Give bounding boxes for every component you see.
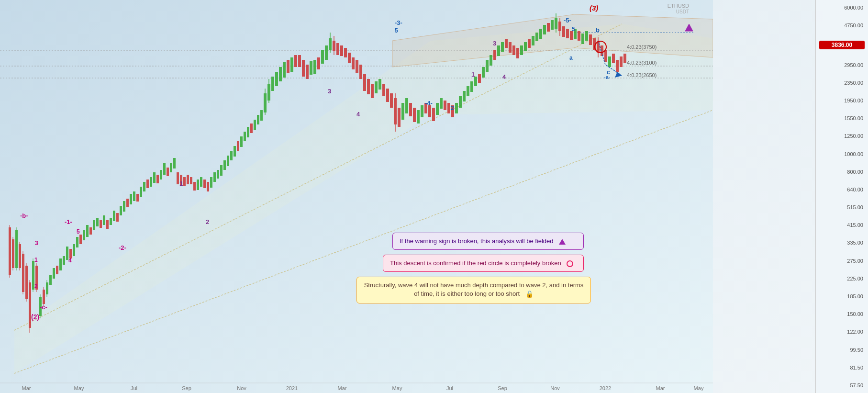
- svg-rect-48: [100, 220, 102, 228]
- svg-rect-40: [73, 244, 75, 256]
- svg-rect-142: [417, 110, 420, 124]
- svg-rect-68: [167, 168, 169, 176]
- svg-rect-170: [524, 42, 527, 51]
- svg-rect-132: [382, 84, 385, 96]
- svg-rect-111: [310, 61, 312, 75]
- svg-rect-120: [336, 43, 339, 55]
- structure-text: Structurally, wave 4 will not have much …: [364, 281, 584, 297]
- svg-rect-81: [210, 177, 212, 188]
- svg-rect-107: [294, 55, 297, 67]
- svg-text:Mar: Mar: [656, 385, 665, 391]
- svg-rect-35: [56, 266, 58, 274]
- descent-annotation: This descent is confirmed if the red cir…: [383, 255, 584, 272]
- svg-rect-89: [237, 141, 239, 151]
- svg-rect-67: [163, 163, 166, 175]
- svg-rect-145: [428, 105, 431, 117]
- svg-rect-82: [213, 172, 216, 182]
- svg-text:Nov: Nov: [237, 385, 246, 391]
- svg-text:Jul: Jul: [446, 385, 453, 391]
- svg-text:-5-: -5-: [564, 17, 571, 24]
- svg-rect-50: [106, 220, 109, 229]
- svg-rect-153: [459, 96, 462, 108]
- price-150: 150.00: [818, 311, 866, 317]
- svg-text:ETHUSD: ETHUSD: [668, 3, 689, 9]
- svg-rect-196: [612, 54, 615, 63]
- svg-rect-33: [49, 275, 52, 285]
- svg-rect-54: [120, 206, 122, 215]
- price-2350: 2350.00: [818, 80, 866, 86]
- svg-text:2: 2: [451, 105, 454, 112]
- svg-rect-46: [93, 220, 95, 230]
- svg-text:a: a: [569, 55, 573, 61]
- svg-rect-101: [271, 77, 274, 91]
- svg-rect-51: [110, 218, 112, 225]
- svg-text:1: 1: [179, 180, 183, 187]
- svg-text:4: 4: [68, 257, 72, 264]
- svg-rect-167: [512, 45, 515, 55]
- svg-rect-71: [177, 172, 179, 184]
- price-6000: 6000.00: [818, 5, 866, 11]
- svg-rect-102: [275, 72, 278, 86]
- svg-rect-84: [220, 165, 223, 176]
- svg-rect-122: [344, 48, 347, 57]
- svg-rect-139: [405, 98, 408, 113]
- svg-rect-47: [96, 218, 99, 226]
- svg-rect-137: [398, 108, 401, 127]
- svg-rect-148: [440, 98, 443, 109]
- svg-rect-80: [207, 182, 209, 191]
- svg-rect-34: [53, 268, 55, 279]
- svg-rect-76: [193, 182, 196, 191]
- svg-rect-163: [497, 45, 500, 56]
- svg-rect-152: [455, 103, 458, 113]
- structure-annotation: Structurally, wave 4 will not have much …: [356, 277, 591, 303]
- svg-rect-186: [578, 31, 580, 41]
- svg-rect-64: [153, 172, 156, 183]
- svg-rect-183: [566, 29, 569, 38]
- svg-rect-63: [150, 177, 152, 187]
- svg-rect-55: [123, 201, 125, 212]
- svg-rect-65: [156, 175, 159, 183]
- svg-rect-141: [413, 108, 416, 122]
- svg-rect-169: [520, 45, 523, 55]
- svg-text:USDT: USDT: [676, 9, 689, 14]
- price-1950: 1950.00: [818, 98, 866, 103]
- svg-rect-124: [352, 57, 355, 69]
- svg-rect-86: [227, 156, 229, 166]
- svg-rect-198: [620, 56, 623, 67]
- svg-rect-162: [493, 50, 496, 60]
- svg-text:4: 4: [356, 111, 360, 118]
- svg-rect-70: [173, 158, 176, 168]
- svg-rect-85: [223, 160, 226, 170]
- svg-text:4:0.23(3750): 4:0.23(3750): [627, 44, 657, 50]
- svg-rect-61: [143, 182, 145, 191]
- svg-rect-159: [482, 67, 485, 78]
- price-1550: 1550.00: [818, 115, 866, 121]
- svg-rect-133: [386, 89, 389, 102]
- price-2950: 2950.00: [818, 62, 866, 68]
- svg-rect-74: [187, 175, 189, 184]
- svg-text:May: May: [392, 385, 402, 391]
- price-515: 515.00: [818, 204, 866, 210]
- price-57: 57.50: [818, 382, 866, 388]
- svg-text:-c-: -c-: [40, 303, 47, 311]
- svg-rect-53: [116, 213, 119, 222]
- svg-rect-172: [532, 36, 534, 45]
- svg-text:May: May: [74, 385, 84, 391]
- price-1000: 1000.00: [818, 151, 866, 157]
- svg-rect-114: [321, 50, 324, 64]
- svg-rect-140: [409, 103, 412, 116]
- svg-rect-138: [401, 103, 404, 120]
- svg-rect-175: [543, 25, 546, 34]
- svg-rect-105: [287, 60, 289, 73]
- svg-text:5: 5: [77, 228, 80, 235]
- svg-text:1: 1: [471, 71, 475, 78]
- svg-rect-128: [367, 79, 370, 94]
- svg-rect-109: [302, 60, 305, 77]
- svg-text:2: 2: [206, 218, 209, 225]
- svg-rect-62: [146, 180, 149, 188]
- svg-text:4:0.23(2650): 4:0.23(2650): [627, 72, 657, 78]
- svg-text:-3-: -3-: [395, 19, 402, 26]
- svg-rect-83: [217, 170, 219, 179]
- svg-text:Sep: Sep: [498, 385, 507, 391]
- svg-rect-90: [240, 136, 243, 147]
